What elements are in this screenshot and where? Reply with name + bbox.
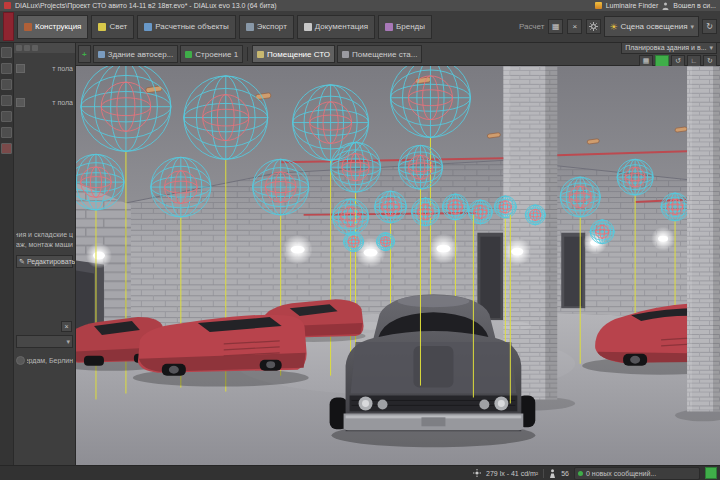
storey-cube-icon: [185, 51, 192, 58]
surface-icon: [16, 64, 25, 73]
material-tool-icon[interactable]: [1, 143, 12, 154]
edit-button-label: Редактировать: [27, 258, 75, 265]
location-row[interactable]: Амстердам, Берлин: [14, 355, 75, 366]
account-icon: [662, 2, 669, 10]
profile-text: онтаж, монтаж маши: [16, 241, 73, 248]
status-green-dot: [578, 471, 583, 476]
tab-light[interactable]: Свет: [91, 15, 134, 39]
tab-label: Свет: [109, 22, 127, 31]
titlebar: DIALux\Projects\Проект СТО авито 14-11 в…: [0, 0, 720, 11]
sidebar-row[interactable]: т пола: [14, 97, 75, 108]
calculation-grid-icon[interactable]: ▦: [548, 19, 563, 34]
room-label: Помещение ста...: [352, 50, 417, 59]
tab-brands[interactable]: Бренды: [378, 15, 432, 39]
luminaire-finder-link[interactable]: Luminaire Finder: [606, 2, 659, 9]
floor-tool-icon[interactable]: [1, 95, 12, 106]
globe-icon: [16, 356, 25, 365]
edit-button[interactable]: ✎ Редактировать: [16, 255, 73, 268]
ceiling-tool-icon[interactable]: [1, 111, 12, 122]
sidebar-header: [14, 43, 75, 53]
brands-tab-icon: [385, 23, 393, 31]
tab-label: Документация: [315, 22, 368, 31]
refresh-view-icon[interactable]: ↻: [703, 55, 717, 67]
room-cto-button[interactable]: Помещение СТО: [252, 45, 335, 63]
building-icon: [98, 51, 105, 58]
dialux-menu-button[interactable]: [3, 12, 14, 41]
messages-label: 0 новых сообщений...: [586, 470, 656, 477]
chevron-down-icon: ▾: [66, 338, 70, 346]
chevron-down-icon: ▾: [690, 23, 694, 31]
ribbon: Конструкция Свет Расчетные объекты Экспо…: [0, 11, 720, 43]
lighting-scene-dropdown[interactable]: ☀ Сцена освещения ▾: [604, 16, 699, 37]
tab-calculation-objects[interactable]: Расчетные объекты: [137, 15, 236, 39]
right-column: + Здание автосер... Строение 1 Помещение…: [76, 43, 720, 465]
chevron-down-icon: ▾: [709, 44, 713, 52]
sidebar-header-icon[interactable]: [16, 45, 22, 51]
window-title: DIALux\Projects\Проект СТО авито 14-11 в…: [15, 2, 277, 9]
location-label: Амстердам, Берлин: [27, 357, 73, 364]
toolbar-separator: [247, 47, 248, 61]
tab-documentation[interactable]: Документация: [297, 15, 375, 39]
select-tool-icon[interactable]: [1, 47, 12, 58]
statusbar: 279 lx - 41 cd/m² 56 0 новых сообщений..…: [0, 465, 720, 480]
sun-icon: ☀: [609, 22, 617, 32]
connection-status-button[interactable]: [705, 467, 717, 479]
room-label: Помещение СТО: [267, 50, 330, 59]
plan-view-icon[interactable]: ▦: [639, 55, 653, 67]
tab-label: Бренды: [396, 22, 425, 31]
sidebar-row-label: т пола: [52, 99, 73, 106]
viewport-3d-scene[interactable]: [76, 66, 720, 465]
close-panel-button[interactable]: ×: [61, 321, 72, 332]
sidebar-row-label: т пола: [52, 65, 73, 72]
settings-gear-icon[interactable]: [586, 19, 601, 34]
planning-label: Планировка здания и в...: [625, 44, 706, 51]
building-label: Здание автосер...: [108, 50, 174, 59]
person-count: 56: [561, 470, 569, 477]
illuminance-readout: 279 lx - 41 cd/m²: [486, 470, 538, 477]
view-3d-cube-icon[interactable]: [655, 55, 669, 67]
pencil-icon: ✎: [19, 258, 25, 266]
content: т пола т пола ужения и складские ц онтаж…: [0, 43, 720, 465]
add-icon: +: [82, 50, 87, 59]
messages-button[interactable]: 0 новых сообщений...: [574, 467, 700, 480]
sidebar-dropdown[interactable]: ▾: [16, 335, 73, 348]
refresh-scene-icon[interactable]: ↻: [702, 19, 717, 34]
construction-tab-icon: [24, 23, 32, 31]
account-menu[interactable]: Вошел в си...: [673, 2, 716, 9]
sidebar-row[interactable]: т пола: [14, 63, 75, 74]
tab-label: Расчетные объекты: [155, 22, 229, 31]
calculation-button[interactable]: Расчет: [519, 22, 544, 31]
orbit-view-icon[interactable]: ↺: [671, 55, 685, 67]
draw-tool-icon[interactable]: [1, 63, 12, 74]
tab-label: Экспорт: [257, 22, 287, 31]
profile-text: ужения и складские ц: [16, 231, 73, 238]
statusbar-separator: [543, 469, 544, 478]
tab-construction[interactable]: Конструкция: [17, 15, 88, 39]
wall-tool-icon[interactable]: [1, 79, 12, 90]
storey-selector-button[interactable]: Строение 1: [180, 45, 243, 63]
building-selector-button[interactable]: Здание автосер...: [93, 45, 179, 63]
dialux-evo-window: DIALux\Projects\Проект СТО авито 14-11 в…: [0, 0, 720, 480]
tab-label: Конструкция: [35, 22, 81, 31]
storey-label: Строение 1: [195, 50, 238, 59]
tool-strip: [0, 43, 14, 465]
cancel-calculation-icon[interactable]: ×: [567, 19, 582, 34]
left-panel: т пола т пола ужения и складские ц онтаж…: [0, 43, 76, 465]
room-icon: [342, 51, 349, 58]
room-sta-button[interactable]: Помещение ста...: [337, 45, 422, 63]
room-icon: [257, 51, 264, 58]
luminance-icon: [473, 469, 481, 477]
add-building-button[interactable]: +: [78, 45, 91, 63]
documentation-tab-icon: [304, 23, 312, 31]
view-controls: Планировка здания и в... ▾ ▦ ↺ ∟ ↻: [621, 42, 718, 67]
measure-icon[interactable]: ∟: [687, 55, 701, 67]
light-tab-icon: [98, 23, 106, 31]
sidebar-header-icon[interactable]: [32, 45, 38, 51]
export-tab-icon: [246, 23, 254, 31]
viewport[interactable]: [76, 66, 720, 465]
luminaire-finder-icon: [595, 2, 602, 9]
building-planning-dropdown[interactable]: Планировка здания и в... ▾: [621, 42, 717, 54]
opening-tool-icon[interactable]: [1, 127, 12, 138]
sidebar-header-icon[interactable]: [24, 45, 30, 51]
tab-export[interactable]: Экспорт: [239, 15, 294, 39]
